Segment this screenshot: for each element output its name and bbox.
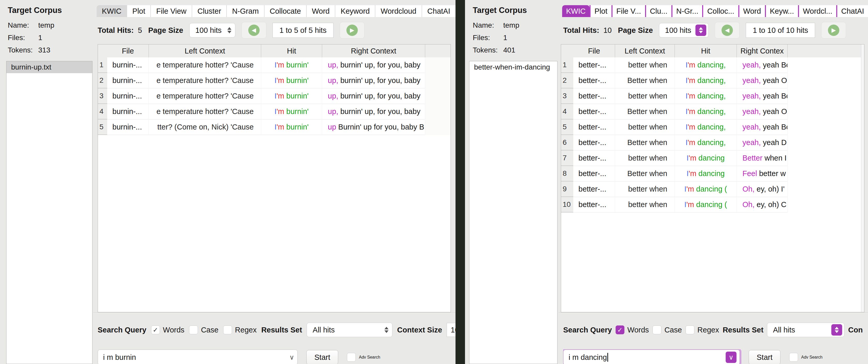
combo-chevron-icon[interactable]: ∨ xyxy=(726,352,737,363)
total-hits-value: 10 xyxy=(603,26,612,35)
col-spacer xyxy=(425,45,451,57)
table-row[interactable]: 5 burnin-... tter? (Come on, Nick) 'Caus… xyxy=(98,119,451,135)
tab[interactable]: Collocate xyxy=(264,5,306,17)
tab[interactable]: Plot xyxy=(590,5,611,17)
page-size-select[interactable]: 100 hits xyxy=(659,23,709,37)
col-right-context[interactable]: Right Context xyxy=(322,45,425,57)
cell-left-context: better when xyxy=(615,119,675,135)
tab[interactable]: KWIC xyxy=(97,5,127,17)
hit-range-box[interactable]: 1 to 5 of 5 hits xyxy=(273,23,334,38)
col-file[interactable]: File xyxy=(107,45,149,57)
search-query-input[interactable]: i m burnin ∨ xyxy=(98,349,298,364)
vertical-scrollbar[interactable] xyxy=(861,45,864,312)
combo-chevron-icon[interactable]: ∨ xyxy=(289,354,294,361)
results-set-select[interactable]: All hits xyxy=(307,323,393,337)
corpus-tokens-value: 401 xyxy=(503,46,516,54)
cell-file: better-... xyxy=(573,197,615,213)
regex-checkbox[interactable]: ✓ Regex xyxy=(223,326,257,334)
case-checkbox[interactable]: ✓ Case xyxy=(189,326,219,334)
cell-left-context: better when xyxy=(615,57,675,73)
col-left-context[interactable]: Left Context xyxy=(149,45,261,57)
corpus-tokens-row: Tokens: 313 xyxy=(8,46,51,54)
arrow-right-icon: ▶ xyxy=(828,25,839,36)
cell-file: better-... xyxy=(573,104,615,119)
corpus-file-list[interactable]: burnin-up.txt xyxy=(6,61,92,364)
tab[interactable]: Word xyxy=(738,5,765,17)
table-row[interactable]: 4 burnin-... e temperature hotter? 'Caus… xyxy=(98,104,451,119)
next-page-button[interactable]: ▶ xyxy=(340,22,365,38)
table-row[interactable]: 5 better-... better when I'm dancing, ye… xyxy=(561,119,864,135)
results-set-select[interactable]: All hits xyxy=(767,323,844,337)
table-row[interactable]: 1 burnin-... e temperature hotter? 'Caus… xyxy=(98,57,451,73)
cell-right-context: yeah, yeah Be xyxy=(737,57,787,73)
tab[interactable]: Word xyxy=(306,5,335,17)
row-number: 1 xyxy=(561,57,573,73)
cell-left-context: e temperature hotter? 'Cause xyxy=(149,104,261,119)
tab[interactable]: File V... xyxy=(612,5,645,17)
cell-hit: I'm burnin' xyxy=(261,73,322,88)
corpus-tokens-value: 313 xyxy=(38,46,51,54)
words-checkbox[interactable]: ✓ Words xyxy=(616,326,649,334)
results-toolbar: Total Hits: 10 Page Size 100 hits ◀ 1 to… xyxy=(563,22,868,39)
col-hit[interactable]: Hit xyxy=(261,45,322,57)
start-button[interactable]: Start xyxy=(306,350,338,364)
prev-page-button[interactable]: ◀ xyxy=(715,22,740,38)
corpus-file-item[interactable]: better-when-im-dancing xyxy=(469,61,557,73)
table-row[interactable]: 7 better-... better when I'm dancing Bet… xyxy=(561,150,864,166)
tab[interactable]: Clu... xyxy=(645,5,672,17)
table-row[interactable]: 1 better-... better when I'm dancing, ye… xyxy=(561,57,864,73)
table-row[interactable]: 3 better-... better when I'm dancing, ye… xyxy=(561,88,864,104)
table-row[interactable]: 6 better-... Better when I'm dancing, ye… xyxy=(561,135,864,150)
tab[interactable]: ChatAI xyxy=(836,5,868,17)
col-right-context[interactable]: Right Contex xyxy=(737,45,787,57)
table-row[interactable]: 3 burnin-... e temperature hotter? 'Caus… xyxy=(98,88,451,104)
words-checkbox[interactable]: ✓ Words xyxy=(151,326,184,334)
prev-page-button[interactable]: ◀ xyxy=(242,22,266,38)
tab[interactable]: Keyw... xyxy=(765,5,798,17)
table-row[interactable]: 2 better-... Better when I'm dancing, ye… xyxy=(561,73,864,88)
tab[interactable]: ChatAI xyxy=(422,5,456,17)
table-row[interactable]: 8 better-... Better when I'm dancing Fee… xyxy=(561,166,864,181)
tab[interactable]: Cluster xyxy=(192,5,226,17)
tab[interactable]: Plot xyxy=(127,5,150,17)
case-checkbox[interactable]: ✓ Case xyxy=(653,326,682,334)
cell-file: better-... xyxy=(573,135,615,150)
tab[interactable]: Wordcloud xyxy=(375,5,421,17)
tab[interactable]: N-Gram xyxy=(226,5,264,17)
search-options-row: Search Query ✓ Words ✓ Case ✓ Regex Resu… xyxy=(563,322,868,338)
hit-range-box[interactable]: 1 to 10 of 10 hits xyxy=(746,23,815,38)
tab[interactable]: Colloc... xyxy=(702,5,738,17)
regex-checkbox[interactable]: ✓ Regex xyxy=(686,326,719,334)
target-corpus-panel: Target Corpus Name: temp Files: 1 Tokens… xyxy=(465,0,559,364)
tab[interactable]: Wordcl... xyxy=(798,5,836,17)
col-left-context[interactable]: Left Context xyxy=(615,45,675,57)
context-size-input[interactable]: 10 to xyxy=(447,323,456,337)
corpus-file-item[interactable]: burnin-up.txt xyxy=(6,61,92,73)
search-input-row: i m burnin ∨ Start ✓ Adv Search xyxy=(98,349,456,364)
tab[interactable]: KWIC xyxy=(562,5,590,17)
tab[interactable]: N-Gr... xyxy=(672,5,703,17)
next-page-button[interactable]: ▶ xyxy=(821,22,846,38)
search-query-input[interactable]: i m dancing ∨ xyxy=(563,349,740,364)
table-row[interactable]: 2 burnin-... e temperature hotter? 'Caus… xyxy=(98,73,451,88)
adv-search-checkbox[interactable]: ✓ Adv Search xyxy=(789,353,823,362)
cell-right-context: up, burnin' up, for you, baby xyxy=(322,73,425,88)
target-corpus-panel: Target Corpus Name: temp Files: 1 Tokens… xyxy=(0,0,93,364)
page-size-label: Page Size xyxy=(618,26,653,35)
page-size-select[interactable]: 100 hits xyxy=(189,23,235,37)
col-hit[interactable]: Hit xyxy=(675,45,737,57)
cell-left-context: e temperature hotter? 'Cause xyxy=(149,88,261,104)
table-row[interactable]: 9 better-... better when I'm dancing ( O… xyxy=(561,181,864,197)
col-spacer xyxy=(787,45,864,57)
start-button[interactable]: Start xyxy=(749,350,780,364)
arrow-left-icon: ◀ xyxy=(721,25,733,36)
table-row[interactable]: 10 better-... better when I'm dancing ( … xyxy=(561,197,864,213)
corpus-file-list[interactable]: better-when-im-dancing xyxy=(469,61,557,364)
table-row[interactable]: 4 better-... Better when I'm dancing, ye… xyxy=(561,104,864,119)
tab[interactable]: Keyword xyxy=(335,5,375,17)
col-file[interactable]: File xyxy=(573,45,615,57)
search-query-value: i m dancing xyxy=(568,353,607,362)
row-number: 9 xyxy=(561,181,573,197)
adv-search-checkbox[interactable]: ✓ Adv Search xyxy=(347,353,380,362)
tab[interactable]: File View xyxy=(150,5,192,17)
